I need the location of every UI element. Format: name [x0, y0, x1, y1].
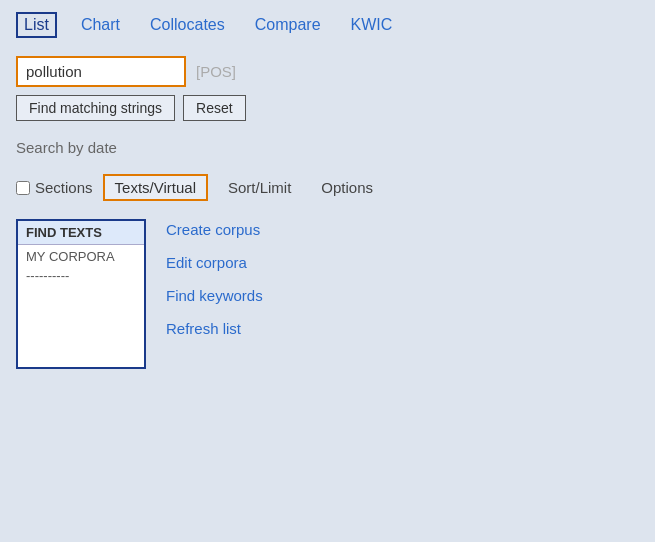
tab-kwic[interactable]: KWIC [345, 14, 399, 36]
sections-checkbox[interactable] [16, 181, 30, 195]
action-links: Create corpus Edit corpora Find keywords… [166, 219, 263, 337]
tab-texts-virtual[interactable]: Texts/Virtual [103, 174, 208, 201]
sections-label: Sections [35, 179, 93, 196]
sub-tabs-row: Sections Texts/Virtual Sort/Limit Option… [16, 174, 639, 201]
tab-sort-limit[interactable]: Sort/Limit [218, 176, 301, 199]
find-keywords-link[interactable]: Find keywords [166, 287, 263, 304]
find-texts-body: MY CORPORA ---------- [18, 245, 144, 367]
nav-tabs: List Chart Collocates Compare KWIC [16, 12, 639, 38]
tab-chart[interactable]: Chart [75, 14, 126, 36]
buttons-row: Find matching strings Reset [16, 95, 639, 121]
tab-compare[interactable]: Compare [249, 14, 327, 36]
tab-collocates[interactable]: Collocates [144, 14, 231, 36]
find-matching-strings-button[interactable]: Find matching strings [16, 95, 175, 121]
create-corpus-link[interactable]: Create corpus [166, 221, 263, 238]
search-input[interactable] [16, 56, 186, 87]
pos-label: [POS] [196, 63, 236, 80]
tab-options[interactable]: Options [311, 176, 383, 199]
my-corpora-label: MY CORPORA [26, 249, 136, 264]
search-row: [POS] [16, 56, 639, 87]
find-texts-box: FIND TEXTS MY CORPORA ---------- [16, 219, 146, 369]
separator: ---------- [26, 268, 136, 283]
sections-checkbox-label[interactable]: Sections [16, 179, 93, 196]
tab-list[interactable]: List [16, 12, 57, 38]
main-content: FIND TEXTS MY CORPORA ---------- Create … [16, 219, 639, 369]
search-by-date-label: Search by date [16, 139, 639, 156]
edit-corpora-link[interactable]: Edit corpora [166, 254, 263, 271]
refresh-list-link[interactable]: Refresh list [166, 320, 263, 337]
reset-button[interactable]: Reset [183, 95, 246, 121]
find-texts-header[interactable]: FIND TEXTS [18, 221, 144, 245]
